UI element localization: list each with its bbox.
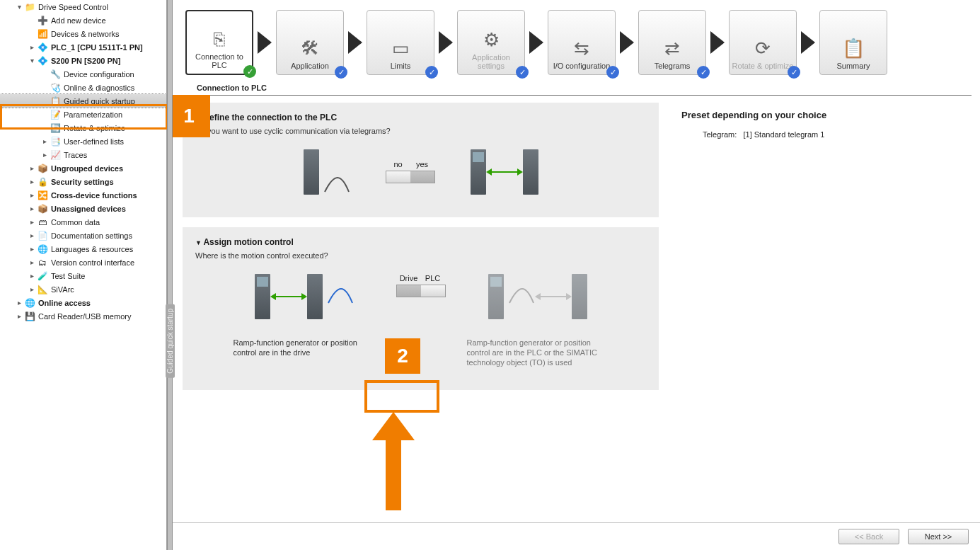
wizard-step-label: Connection to PLC bbox=[187, 52, 252, 69]
tree-item[interactable]: 🔄Rotate & optimize bbox=[0, 121, 166, 134]
tree-expander[interactable]: ▸ bbox=[28, 205, 35, 212]
double-arrow-icon bbox=[275, 296, 303, 297]
tree-item[interactable]: ▸🗂Version control interface bbox=[0, 256, 166, 269]
toggle-cyclic-communication[interactable] bbox=[386, 171, 435, 183]
tree-item-label: Languages & resources bbox=[51, 245, 133, 253]
tree-expander[interactable]: ▸ bbox=[28, 258, 35, 266]
toggle-motion-control-location[interactable] bbox=[396, 285, 446, 297]
wizard-step-badge: ✓ bbox=[516, 66, 529, 79]
toggle-option-no[interactable] bbox=[386, 171, 410, 183]
tree-item-icon: 💠 bbox=[37, 55, 48, 67]
tree-expander[interactable]: ▸ bbox=[28, 285, 35, 293]
tree-item[interactable]: ▸🗃Common data bbox=[0, 215, 166, 229]
toggle-option-yes[interactable] bbox=[410, 171, 434, 183]
card-title: Assign motion control bbox=[195, 237, 646, 247]
wizard-step-badge: ✓ bbox=[335, 66, 347, 79]
tree-expander[interactable]: ▸ bbox=[16, 312, 23, 320]
project-tree: ▾📁Drive Speed Control➕Add new device📶Dev… bbox=[0, 0, 166, 323]
tree-item[interactable]: 🔧Device configuration bbox=[0, 67, 166, 81]
tree-expander[interactable]: ▸ bbox=[28, 231, 35, 239]
tree-item[interactable]: ▸💠PLC_1 [CPU 1511T-1 PN] bbox=[0, 40, 166, 54]
chevron-right-icon bbox=[529, 31, 543, 54]
tree-item[interactable]: ▸🌐Online access bbox=[0, 296, 166, 309]
content-right: Preset depending on your choice Telegram… bbox=[673, 103, 970, 515]
wizard-step-badge: ✓ bbox=[788, 66, 800, 79]
tree-expander[interactable]: ▸ bbox=[16, 299, 23, 306]
wizard-step-icon: ⇆ bbox=[565, 35, 599, 62]
card-assign-motion-control: Assign motion control Where is the motio… bbox=[183, 227, 659, 390]
tree-item[interactable]: ▸🌐Languages & resources bbox=[0, 242, 166, 256]
tree-item[interactable]: ▸🔒Security settings bbox=[0, 175, 166, 188]
callout-2-arrow-stem bbox=[386, 440, 401, 510]
tree-expander[interactable]: ▾ bbox=[16, 3, 23, 11]
wizard-step[interactable]: 🛠Application✓ bbox=[276, 10, 344, 75]
tree-expander[interactable]: ▸ bbox=[41, 151, 48, 159]
toggle-label-yes: yes bbox=[410, 160, 434, 168]
wizard-step-label: Application bbox=[291, 62, 329, 70]
wizard-step[interactable]: 📋Summary bbox=[819, 10, 887, 75]
preset-telegram-row: Telegram: [1] Standard telegram 1 bbox=[681, 130, 962, 139]
tree-item[interactable]: ▾💠S200 PN [S200 PN] bbox=[0, 54, 166, 67]
explain-drive: Ramp-function generator or position cont… bbox=[234, 338, 375, 357]
wizard-step-icon: 📋 bbox=[836, 35, 870, 62]
callout-2-arrow-head bbox=[372, 412, 415, 440]
tree-item-icon: 📶 bbox=[37, 28, 48, 40]
tree-item-label: Common data bbox=[51, 218, 100, 227]
toggle-label-plc: PLC bbox=[421, 274, 445, 282]
back-button[interactable]: << Back bbox=[838, 529, 899, 544]
wizard-step-icon: ▭ bbox=[384, 35, 417, 62]
device-icon bbox=[304, 149, 319, 195]
tree-item-icon: 📑 bbox=[50, 136, 61, 147]
main-panel: ⎘Connection to PLC✓🛠Application✓▭Limits✓… bbox=[173, 0, 980, 550]
tree-item[interactable]: ▸💾Card Reader/USB memory bbox=[0, 309, 166, 323]
tree-item[interactable]: ▸🔀Cross-device functions bbox=[0, 188, 166, 202]
tree-item[interactable]: ▸📐SiVArc bbox=[0, 282, 166, 296]
tree-expander[interactable]: ▸ bbox=[28, 164, 35, 172]
tree-item-icon: 📝 bbox=[50, 109, 61, 120]
tree-item[interactable]: ▸📑User-defined lists bbox=[0, 134, 166, 148]
tree-expander[interactable]: ▸ bbox=[28, 178, 35, 185]
tree-item[interactable]: ▸📄Documentation settings bbox=[0, 229, 166, 242]
wizard-step[interactable]: ⟳Rotate & optimize✓ bbox=[729, 10, 797, 75]
tree-item-icon: 🌐 bbox=[37, 244, 48, 255]
tree-item-icon: 🔀 bbox=[37, 190, 48, 201]
tree-item-icon: 🔄 bbox=[50, 122, 61, 134]
side-tab-guided-quick-startup[interactable]: Guided quick startup bbox=[166, 304, 175, 378]
tree-item[interactable]: ▸📦Ungrouped devices bbox=[0, 161, 166, 175]
device-icon bbox=[572, 274, 587, 319]
tree-item[interactable]: 📝Parameterization bbox=[0, 108, 166, 121]
tree-item[interactable]: ➕Add new device bbox=[0, 13, 166, 27]
next-button[interactable]: Next >> bbox=[908, 529, 969, 544]
wizard-step[interactable]: ⚙Application settings✓ bbox=[457, 10, 525, 75]
wizard-step[interactable]: ▭Limits✓ bbox=[367, 10, 434, 75]
tree-item[interactable]: 🩺Online & diagnostics bbox=[0, 81, 166, 94]
tree-item[interactable]: 📶Devices & networks bbox=[0, 27, 166, 40]
wizard-step[interactable]: ⇆I/O configuration✓ bbox=[548, 10, 616, 75]
wizard-step[interactable]: ⎘Connection to PLC✓ bbox=[185, 10, 253, 75]
tree-item-label: Drive Speed Control bbox=[38, 3, 108, 11]
tree-expander[interactable]: ▸ bbox=[28, 272, 35, 280]
splitter[interactable]: Guided quick startup bbox=[167, 0, 173, 550]
tree-item[interactable]: ▸🧪Test Suite bbox=[0, 269, 166, 282]
tree-item[interactable]: 📋Guided quick startup bbox=[0, 94, 166, 108]
section-title: Connection to PLC bbox=[181, 79, 972, 96]
wizard-step-badge: ✓ bbox=[697, 66, 710, 79]
tree-expander[interactable]: ▸ bbox=[28, 191, 35, 199]
tree-expander[interactable]: ▸ bbox=[28, 218, 35, 226]
diagram-motion: Ramp-function generator or position cont… bbox=[195, 274, 646, 367]
tree-expander[interactable]: ▾ bbox=[28, 57, 35, 64]
toggle-option-plc[interactable] bbox=[421, 285, 445, 297]
tree-item-icon: 🗃 bbox=[37, 217, 48, 228]
tree-item-icon: 📄 bbox=[37, 230, 48, 241]
tree-expander[interactable]: ▸ bbox=[28, 43, 35, 51]
wizard-step[interactable]: ⇄Telegrams✓ bbox=[638, 10, 706, 75]
wizard-step-icon: ⟳ bbox=[746, 35, 780, 62]
tree-item[interactable]: ▸📦Unassigned devices bbox=[0, 202, 166, 215]
tree-item-label: Devices & networks bbox=[51, 30, 120, 38]
toggle-option-drive[interactable] bbox=[397, 285, 421, 297]
tree-item[interactable]: ▾📁Drive Speed Control bbox=[0, 0, 166, 13]
tree-item[interactable]: ▸📈Traces bbox=[0, 148, 166, 161]
device-icon bbox=[307, 274, 323, 319]
tree-expander[interactable]: ▸ bbox=[28, 245, 35, 253]
tree-expander[interactable]: ▸ bbox=[41, 137, 48, 145]
